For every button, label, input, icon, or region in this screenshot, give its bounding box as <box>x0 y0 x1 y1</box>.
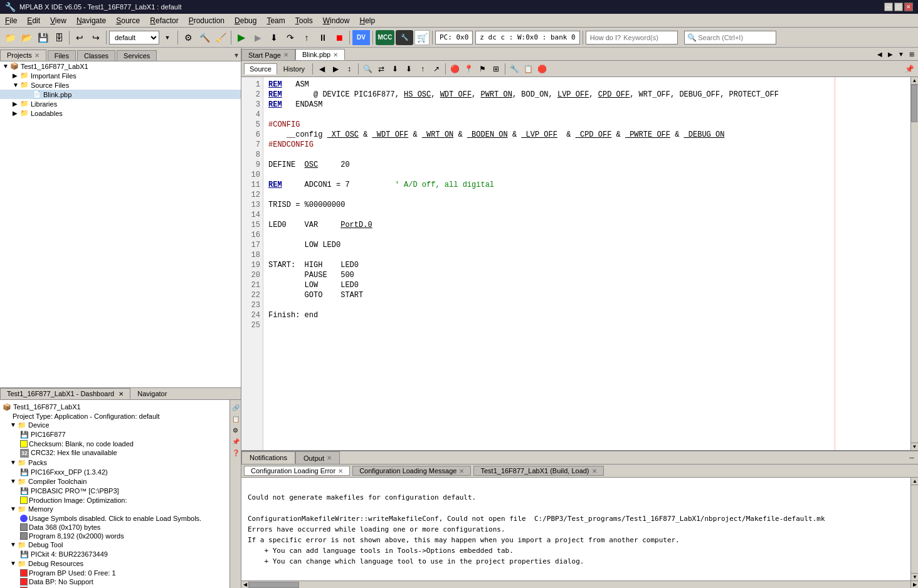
scroll-down-btn[interactable]: ▼ <box>911 443 919 450</box>
menu-help[interactable]: Help <box>354 15 380 26</box>
output-scroll-down[interactable]: ▼ <box>911 573 918 580</box>
cart-btn[interactable]: 🛒 <box>414 30 430 45</box>
output-hscroll-thumb[interactable] <box>249 582 299 588</box>
maximize-button[interactable]: □ <box>894 3 903 11</box>
editor-tab-blink[interactable]: Blink.pbp ✕ <box>295 49 345 60</box>
etool-extra2[interactable]: 📋 <box>522 63 534 75</box>
etool-back[interactable]: ◀ <box>315 63 328 75</box>
howdoi-input[interactable] <box>623 34 673 41</box>
menu-file[interactable]: File <box>0 15 22 26</box>
menu-source[interactable]: Source <box>111 15 145 26</box>
tab-files[interactable]: Files <box>48 50 76 61</box>
tab-dashboard-close[interactable]: ✕ <box>119 391 124 397</box>
dash-device-folder[interactable]: ▼ 📁 Device <box>3 421 227 430</box>
dash-pickit[interactable]: 💾 PICkit 4: BUR223673449 <box>3 550 227 559</box>
menu-view[interactable]: View <box>45 15 71 26</box>
new-project-btn[interactable]: 📁 <box>3 30 18 45</box>
close-button[interactable]: ✕ <box>904 3 913 11</box>
menu-edit[interactable]: Edit <box>22 15 45 26</box>
output-scroll-up[interactable]: ▲ <box>911 478 918 485</box>
tab-classes[interactable]: Classes <box>77 50 115 61</box>
etool-find[interactable]: 🔍 <box>361 63 374 75</box>
build-btn[interactable]: 🔨 <box>197 30 212 45</box>
dash-symbols[interactable]: Usage Symbols disabled. Click to enable … <box>3 514 227 523</box>
stop-btn[interactable]: ⏹ <box>332 30 347 45</box>
output-hscroll-left[interactable]: ◀ <box>241 581 249 589</box>
dash-program[interactable]: Program 8,192 (0x2000) words <box>3 532 227 540</box>
tab-projects-close[interactable]: ✕ <box>34 52 40 59</box>
subtab-config-msg[interactable]: Configuration Loading Message ✕ <box>352 466 471 476</box>
etool-replace[interactable]: ⇄ <box>375 63 388 75</box>
tree-node-root[interactable]: ▼ 📦 Test1_16F877_LabX1 <box>0 61 241 71</box>
editor-tab-start-close[interactable]: ✕ <box>283 51 288 58</box>
minimize-button[interactable]: ─ <box>884 3 893 11</box>
menu-production[interactable]: Production <box>184 15 230 26</box>
history-tab-btn[interactable]: History <box>278 64 310 74</box>
etool-step3[interactable]: ↑ <box>416 63 429 75</box>
step-out-btn[interactable]: ↑ <box>299 30 314 45</box>
tab-notifications[interactable]: Notifications <box>241 451 295 464</box>
etool-extra1[interactable]: 🔧 <box>508 63 520 75</box>
debug-btn[interactable]: ▶ <box>250 30 265 45</box>
editor-tab-blink-close[interactable]: ✕ <box>333 51 338 58</box>
side-icon-2[interactable]: 📋 <box>231 414 241 424</box>
menu-window[interactable]: Window <box>318 15 355 26</box>
dash-checksum[interactable]: Checksum: Blank, no code loaded <box>3 439 227 448</box>
dash-crc[interactable]: 32 CRC32: Hex file unavailable <box>3 448 227 458</box>
dash-packs-folder[interactable]: ▼ 📁 Packs <box>3 458 227 468</box>
tab-navigator[interactable]: Navigator <box>130 388 174 399</box>
extra-btn[interactable]: 🔧 <box>396 30 413 45</box>
subtab-build[interactable]: Test1_16F877_LabX1 (Build, Load) ✕ <box>473 466 603 476</box>
step-btn[interactable]: ⬇ <box>266 30 282 45</box>
dv-btn[interactable]: DV <box>352 30 370 45</box>
editor-tab-start[interactable]: Start Page ✕ <box>241 49 295 60</box>
dash-dfp[interactable]: 💾 PIC16Fxxx_DFP (1.3.42) <box>3 468 227 477</box>
output-minimize-btn[interactable]: ─ <box>907 453 917 463</box>
dash-root[interactable]: 📦 Test1_16F877_LabX1 <box>3 402 227 412</box>
dash-data[interactable]: Data 368 (0x170) bytes <box>3 523 227 532</box>
menu-navigate[interactable]: Navigate <box>71 15 111 26</box>
etool-step4[interactable]: ↗ <box>430 63 443 75</box>
menu-debug[interactable]: Debug <box>230 15 261 26</box>
tree-node-libraries[interactable]: ▶ 📁 Libraries <box>0 99 241 108</box>
dash-opt[interactable]: Production Image: Optimization: <box>3 496 227 505</box>
editor-nav-expand[interactable]: ⊞ <box>907 49 917 59</box>
tree-node-source[interactable]: ▼ 📁 Source Files <box>0 80 241 90</box>
etool-fwd[interactable]: ▶ <box>329 63 342 75</box>
side-icon-5[interactable]: ❓ <box>231 448 241 458</box>
subtab-config-msg-close[interactable]: ✕ <box>459 468 464 475</box>
code-content[interactable]: REM ASM REM @ DEVICE PIC16F877, HS_OSC, … <box>263 77 910 450</box>
editor-nav-left[interactable]: ◀ <box>875 49 885 59</box>
mcc-btn[interactable]: MCC <box>376 30 394 45</box>
config-dropdown-arrow[interactable]: ▼ <box>160 30 175 45</box>
dash-pic[interactable]: 💾 PIC16F877 <box>3 430 227 439</box>
run-btn[interactable]: ▶ <box>234 30 249 45</box>
side-icon-3[interactable]: ⚙ <box>231 425 241 435</box>
dash-bp-used[interactable]: Program BP Used: 0 Free: 1 <box>3 569 227 577</box>
editor-nav-dropdown[interactable]: ▼ <box>896 49 906 59</box>
subtab-build-close[interactable]: ✕ <box>592 468 597 475</box>
etool-goto[interactable]: 📍 <box>462 63 475 75</box>
dash-data-bp[interactable]: Data BP: No Support <box>3 577 227 586</box>
tree-node-important[interactable]: ▶ 📁 Important Files <box>0 71 241 80</box>
dash-compiler-folder[interactable]: ▼ 📁 Compiler Toolchain <box>3 477 227 486</box>
etool-stop[interactable]: 🛑 <box>536 63 548 75</box>
undo-btn[interactable]: ↩ <box>72 30 87 45</box>
run-target-btn[interactable]: ⚙ <box>181 30 196 45</box>
source-tab-btn[interactable]: Source <box>244 63 277 75</box>
etool-bp[interactable]: 🔴 <box>448 63 461 75</box>
open-project-btn[interactable]: 📂 <box>19 30 34 45</box>
tab-dashboard[interactable]: Test1_16F877_LabX1 - Dashboard ✕ <box>0 388 130 399</box>
scroll-up-btn[interactable]: ▲ <box>911 77 919 85</box>
tab-projects[interactable]: Projects ✕ <box>0 50 46 61</box>
etool-step[interactable]: ⬇ <box>389 63 401 75</box>
step-over-btn[interactable]: ↷ <box>283 30 298 45</box>
dash-projtype[interactable]: Project Type: Application - Configuratio… <box>3 412 227 421</box>
pause-btn[interactable]: ⏸ <box>315 30 330 45</box>
save-btn[interactable]: 💾 <box>35 30 50 45</box>
search-input[interactable] <box>698 34 773 41</box>
panel-pin-btn[interactable]: ▾ <box>232 50 241 61</box>
dash-debugres-folder[interactable]: ▼ 📁 Debug Resources <box>3 559 227 569</box>
dash-memory-folder[interactable]: ▼ 📁 Memory <box>3 505 227 514</box>
etool-toggle3[interactable]: ⊞ <box>490 63 502 75</box>
